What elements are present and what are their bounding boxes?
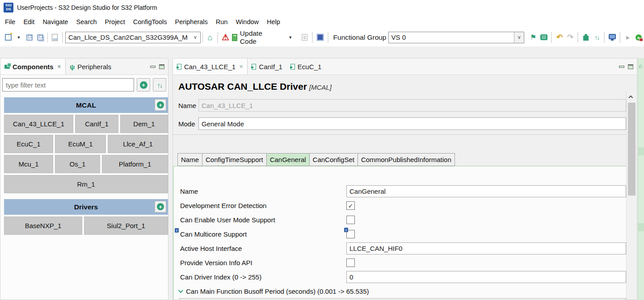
busoff-period-section[interactable]: Can Main Function Busoff Period (seconds…	[174, 285, 626, 297]
can-driver-index-input[interactable]	[346, 271, 626, 283]
menu-project[interactable]: Project	[101, 18, 129, 25]
component-dem-1[interactable]: Dem_1	[120, 115, 168, 133]
component-basenxp-1[interactable]: BaseNXP_1	[4, 217, 82, 235]
form-row-can-driver-index: Can Driver Index (0 -> 255)	[174, 271, 626, 283]
editor-tab-ecuc-1[interactable]: EcuC_1	[286, 58, 325, 75]
divider	[173, 134, 626, 135]
functional-group-combo[interactable]: VS 0 ∨	[388, 32, 525, 43]
component-ecuc-1[interactable]: EcuC_1	[4, 135, 53, 153]
menu-peripherals[interactable]: Peripherals	[171, 18, 211, 25]
scroll-up-button[interactable]	[627, 92, 637, 101]
add-mcal-component-button[interactable]: +	[155, 99, 166, 111]
save-button[interactable]	[24, 31, 35, 44]
user-mode-support-checkbox[interactable]	[346, 216, 355, 224]
filter-input[interactable]	[2, 78, 134, 92]
console-button[interactable]	[607, 31, 618, 44]
menu-help[interactable]: Help	[263, 18, 284, 25]
new-wizard-button[interactable]	[3, 31, 13, 44]
tab-name[interactable]: Name	[177, 153, 202, 166]
new-wizard-dropdown[interactable]: ▼	[13, 31, 24, 44]
component-canif-1[interactable]: CanIf_1	[75, 115, 118, 133]
version-info-api-checkbox[interactable]	[346, 258, 355, 267]
component-llce-af-1[interactable]: Llce_Af_1	[108, 135, 168, 153]
editor-content: AUTOSAR CAN_LLCE Driver[MCAL] Name Mode …	[173, 75, 637, 300]
chevron-down-icon[interactable]: ∨	[190, 32, 200, 43]
external-tools-button[interactable]: ▸	[623, 31, 633, 44]
menu-navigate[interactable]: Navigate	[38, 18, 72, 25]
menu-window[interactable]: Window	[232, 18, 263, 25]
update-code-dropdown[interactable]: ▼	[285, 31, 296, 44]
component-can-43-llce-1[interactable]: Can_43_LLCE_1	[4, 115, 73, 133]
component-platform-1[interactable]: Platform_1	[102, 155, 168, 173]
collapsed-view-strip[interactable]: ⌂	[638, 58, 644, 300]
tab-commonpublishedinformation[interactable]: CommonPublishedInformation	[358, 153, 455, 166]
add-driver-component-button[interactable]: +	[155, 201, 166, 212]
component-os-1[interactable]: Os_1	[55, 155, 100, 173]
tab-configtimesupport[interactable]: ConfigTimeSupport	[202, 153, 267, 166]
close-icon[interactable]: ✕	[57, 64, 61, 70]
problems-button[interactable]: ⚠	[220, 31, 231, 44]
minimize-icon[interactable]	[150, 66, 156, 68]
warning-icon: ⚠	[222, 33, 229, 42]
pin-functional-group-button[interactable]: ⚑	[528, 31, 539, 44]
busoff-period-input[interactable]	[179, 298, 626, 300]
config-tab-bar: Name ConfigTimeSupport CanGeneral CanCon…	[177, 153, 455, 166]
component-mcu-1[interactable]: Mcu_1	[4, 155, 53, 173]
import-export-button[interactable]: ↑↓	[591, 31, 602, 44]
title-bar: S32 DS UserProjects - S32 Design Studio …	[0, 0, 644, 15]
name-field-label: Name	[178, 102, 198, 109]
sort-button[interactable]: ↑↓	[153, 78, 166, 92]
menu-configtools[interactable]: ConfigTools	[129, 18, 171, 25]
multicore-support-checkbox[interactable]: i	[346, 230, 355, 238]
menu-run[interactable]: Run	[212, 18, 232, 25]
component-ecum-1[interactable]: EcuM_1	[55, 135, 106, 153]
run-debug-button[interactable]: ▸	[633, 31, 644, 44]
monitor-icon	[609, 34, 616, 39]
tab-peripherals[interactable]: ψ Peripherals	[66, 58, 115, 75]
add-component-button[interactable]: +	[137, 78, 150, 92]
update-code-icon	[232, 34, 237, 41]
tab-cangeneral[interactable]: CanGeneral	[266, 153, 310, 166]
components-icon	[4, 65, 10, 69]
menu-file[interactable]: File	[1, 18, 19, 25]
menu-search[interactable]: Search	[72, 18, 101, 25]
update-code-button[interactable]: Update Code	[231, 31, 279, 44]
binary-file-button[interactable]	[50, 31, 60, 44]
chip-config-button[interactable]	[315, 31, 326, 44]
config-file-icon	[252, 64, 256, 70]
menu-edit[interactable]: Edit	[19, 18, 38, 25]
chevron-down-icon[interactable]: ∨	[514, 32, 524, 43]
project-config-combo[interactable]: Can_Llce_DS_Can2Can_S32G399A_M ∨	[65, 32, 201, 43]
editor-tab-can-43-llce-1[interactable]: Can_43_LLCE_1 ✕	[173, 58, 248, 75]
tab-canconfigset[interactable]: CanConfigSet	[309, 153, 358, 166]
functional-group-label: Functional Group	[333, 33, 387, 42]
redo-button[interactable]: ↷	[565, 31, 576, 44]
components-library-button[interactable]	[581, 31, 591, 44]
maximize-icon[interactable]	[159, 64, 164, 69]
editor-tab-canif-1[interactable]: CanIf_1	[248, 58, 286, 75]
notes-button[interactable]	[539, 31, 549, 44]
name-field-input	[198, 99, 626, 112]
dev-error-detection-checkbox[interactable]: ✓	[346, 201, 355, 210]
component-row: Can_43_LLCE_1 CanIf_1 Dem_1	[4, 115, 168, 133]
tab-components[interactable]: Components ✕	[0, 58, 66, 75]
cangeneral-name-input[interactable]	[346, 185, 626, 197]
mode-field-input[interactable]	[198, 117, 626, 130]
component-siul2-port-1[interactable]: Siul2_Port_1	[84, 217, 168, 235]
component-rm-1[interactable]: Rm_1	[4, 175, 168, 193]
save-all-button[interactable]	[35, 31, 46, 44]
vertical-scrollbar[interactable]	[626, 92, 637, 300]
binary-file-icon	[52, 34, 58, 41]
form-label: iCan Multicore Support	[174, 230, 346, 238]
home-button[interactable]: ⌂	[205, 31, 215, 44]
dropdown-arrow-icon: ▼	[17, 35, 21, 40]
active-host-interface-input[interactable]	[346, 242, 626, 254]
maximize-icon[interactable]	[628, 64, 633, 69]
undo-button[interactable]: ↶	[554, 31, 565, 44]
c-file-button[interactable]: c	[299, 31, 310, 44]
close-icon[interactable]: ✕	[239, 64, 243, 70]
minimize-icon[interactable]	[619, 66, 624, 68]
scrollbar-thumb[interactable]	[628, 103, 636, 196]
component-row: EcuC_1 EcuM_1 Llce_Af_1	[4, 135, 168, 153]
tab-components-label: Components	[13, 63, 54, 71]
